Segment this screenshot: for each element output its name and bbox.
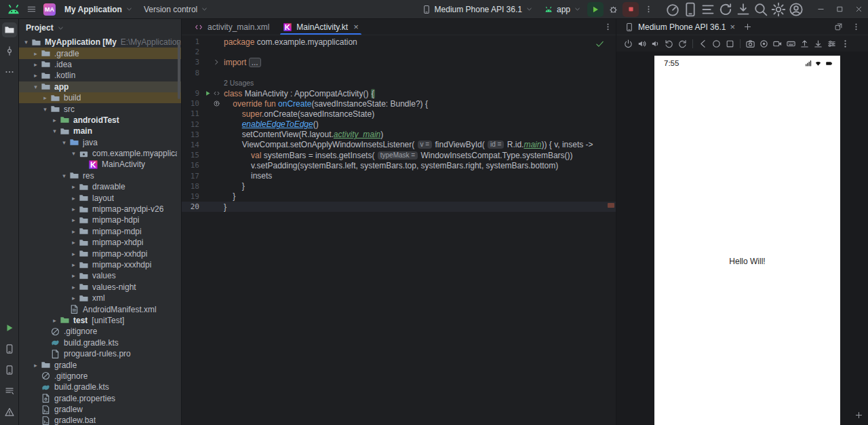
tree-item[interactable]: ▸ values-night (19, 282, 181, 293)
stop-button[interactable] (623, 2, 639, 17)
tree-chevron[interactable]: ▸ (69, 270, 78, 281)
code-line[interactable]: 16 v.setPadding(systemBars.left, systemB… (182, 160, 616, 170)
run-icon[interactable] (204, 90, 212, 97)
tree-item[interactable]: gradlew.bat (19, 415, 181, 425)
tab-close-icon[interactable]: × (353, 22, 359, 31)
tree-item[interactable]: ▾ java (19, 137, 181, 148)
tree-chevron[interactable]: ▸ (50, 115, 59, 126)
code-line[interactable]: 10 override fun onCreate(savedInstanceSt… (182, 98, 616, 109)
tree-item[interactable]: AndroidManifest.xml (19, 303, 181, 314)
rotate-right-icon[interactable] (676, 37, 689, 50)
tree-item[interactable]: ▸ mipmap-mdpi (19, 226, 181, 237)
download-icon[interactable] (812, 37, 825, 50)
tree-item[interactable]: ▸ .idea (19, 59, 181, 70)
more-icon[interactable] (839, 37, 852, 50)
tree-item[interactable]: MainActivity (19, 159, 181, 170)
tree-chevron[interactable]: ▸ (69, 204, 78, 215)
rotate-left-icon[interactable] (663, 37, 675, 50)
logcat-icon[interactable] (2, 384, 17, 399)
inspections-ok-icon[interactable] (595, 39, 605, 49)
tree-chevron[interactable]: ▸ (69, 293, 78, 303)
vcs-widget[interactable]: Version control (139, 2, 213, 17)
tree-chevron[interactable]: ▸ (31, 360, 40, 371)
tree-item[interactable]: ▾ com.example.myapplication (19, 148, 181, 159)
volume-down-icon[interactable] (649, 37, 662, 50)
code-line[interactable]: 9 class MainActivity : AppCompatActivity… (182, 88, 616, 98)
tree-chevron[interactable]: ▾ (41, 104, 50, 115)
maximize-button[interactable] (830, 0, 849, 19)
new-device-tab-button[interactable] (741, 20, 754, 34)
tree-chevron[interactable]: ▾ (60, 137, 68, 148)
code-line[interactable]: 20 } (182, 202, 616, 212)
volume-up-icon[interactable] (635, 37, 648, 50)
device-tab[interactable]: Medium Phone API 36.1 × (620, 19, 739, 35)
code-line[interactable]: 2 Usages (182, 78, 616, 88)
tree-chevron[interactable]: ▸ (69, 282, 78, 293)
editor-tab[interactable]: activity_main.xml × (187, 19, 276, 35)
virtual-scene-camera-icon[interactable] (757, 37, 770, 50)
tree-item[interactable]: build.gradle.kts (19, 337, 181, 348)
tree-item[interactable]: gradlew (19, 404, 181, 415)
tree-chevron[interactable]: ▾ (60, 170, 68, 181)
home-icon[interactable] (710, 37, 723, 50)
tree-item[interactable]: ▸ mipmap-anydpi-v26 (19, 204, 181, 215)
account-icon[interactable] (788, 1, 804, 18)
project-scrollbar[interactable] (178, 42, 180, 99)
main-menu-button[interactable] (23, 1, 39, 18)
tree-chevron[interactable]: ▸ (31, 59, 40, 70)
tree-item[interactable]: ▸ mipmap-xxxhdpi (19, 259, 181, 270)
structure-icon[interactable] (700, 1, 716, 18)
tree-item[interactable]: ▾ main (19, 126, 181, 136)
tree-item[interactable]: ▾ res (19, 170, 181, 181)
device-tab-close-icon[interactable]: × (730, 22, 735, 31)
debug-button[interactable] (605, 1, 621, 18)
sdk-manager-icon[interactable] (735, 1, 751, 18)
panel-options-button[interactable] (848, 19, 864, 35)
code-line[interactable]: 19 } (182, 191, 616, 202)
open-in-window-button[interactable] (830, 19, 846, 35)
code-line[interactable]: 3 import ... (182, 57, 616, 67)
project-icon[interactable] (2, 22, 17, 37)
project-selector[interactable]: My Application (60, 2, 138, 17)
device-explorer-icon[interactable] (2, 341, 17, 356)
record-screen-icon[interactable] (771, 37, 784, 50)
tree-chevron[interactable]: ▸ (69, 215, 78, 225)
tree-chevron[interactable]: ▸ (31, 48, 40, 59)
code-line[interactable]: 12 enableEdgeToEdge() (182, 119, 616, 130)
editor-tab[interactable]: MainActivity.kt × (276, 19, 365, 35)
code-line[interactable]: 14 ViewCompat.setOnApplyWindowInsetsList… (182, 140, 616, 150)
code-line[interactable]: 17 insets (182, 170, 616, 181)
tree-item[interactable]: ▾ app (19, 81, 181, 92)
tree-chevron[interactable]: ▸ (50, 315, 59, 326)
problems-icon[interactable] (2, 405, 17, 420)
project-view-selector[interactable]: Project (19, 19, 181, 37)
code-line[interactable]: 1 package com.example.myapplication (182, 37, 616, 47)
more-tools-icon[interactable] (2, 64, 17, 79)
tab-options-button[interactable] (599, 19, 616, 35)
back-icon[interactable] (696, 37, 709, 50)
tree-item[interactable]: ▾ src (19, 103, 181, 114)
device-manager-icon[interactable] (682, 1, 698, 18)
search-everywhere-icon[interactable] (753, 1, 769, 18)
code-editor[interactable]: 1 package com.example.myapplication 2 3 … (182, 35, 616, 425)
tree-item[interactable]: ▸ drawable (19, 181, 181, 192)
tree-item[interactable]: proguard-rules.pro (19, 348, 181, 359)
tree-item[interactable]: ▸ xml (19, 293, 181, 303)
code-line[interactable]: 8 (182, 68, 616, 78)
screenshot-icon[interactable] (744, 37, 757, 50)
code-line[interactable]: 15 val systemBars = insets.getInsets( ty… (182, 150, 616, 160)
code-line[interactable]: 18 } (182, 181, 616, 191)
tree-chevron[interactable]: ▸ (69, 226, 78, 237)
tree-chevron[interactable]: ▸ (69, 237, 78, 248)
tree-item[interactable]: ▸ layout (19, 192, 181, 203)
zoom-in-button[interactable] (852, 409, 865, 421)
tree-item[interactable]: ▾ MyApplication [My Application] E:\MyAp… (19, 37, 181, 48)
tree-chevron[interactable]: ▸ (69, 181, 78, 192)
run-more-options-button[interactable] (640, 1, 656, 18)
run-icon[interactable] (2, 320, 17, 335)
tree-item[interactable]: ▸ build (19, 92, 181, 103)
extended-controls-icon[interactable] (825, 37, 838, 50)
tree-item[interactable]: ▸ androidTest (19, 115, 181, 126)
device-selector[interactable]: Medium Phone API 36.1 (417, 2, 538, 17)
tree-item[interactable]: .gitignore (19, 326, 181, 337)
